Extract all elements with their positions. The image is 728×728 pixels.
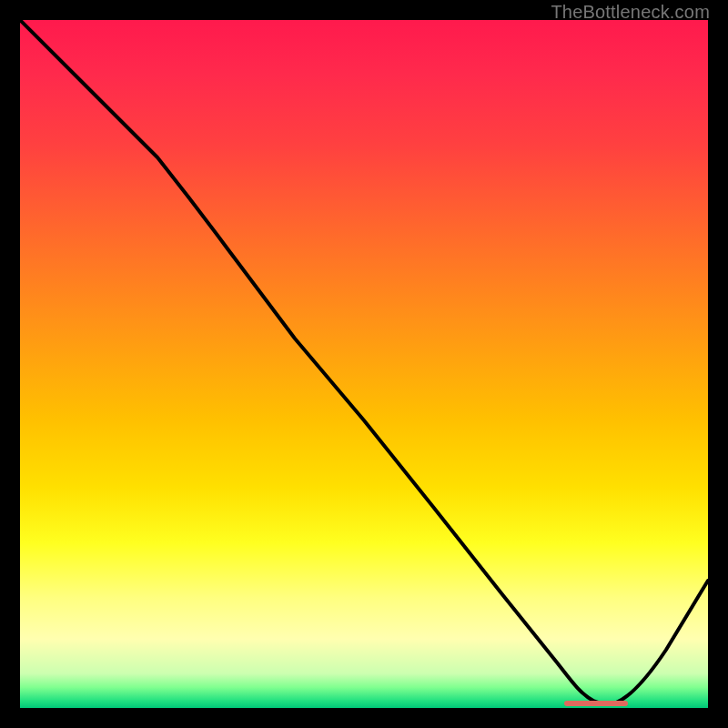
chart-container: TheBottleneck.com [0,0,728,728]
curve-layer [20,20,708,708]
watermark-text: TheBottleneck.com [551,2,710,23]
optimal-marker [564,701,628,706]
bottleneck-curve [20,20,708,704]
plot-area [20,20,708,708]
